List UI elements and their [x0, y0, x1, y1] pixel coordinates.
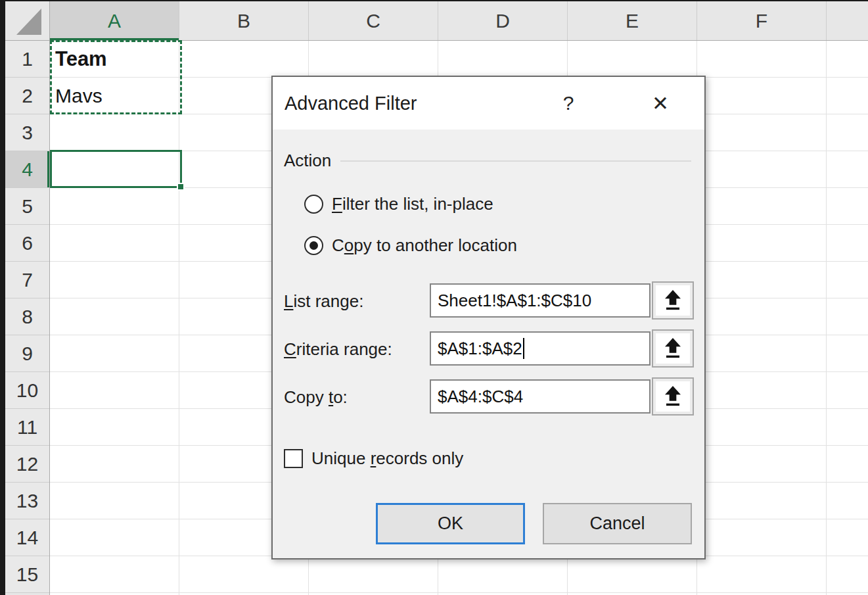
row-header-15[interactable]: 15 — [5, 556, 49, 593]
copy-to-collapse-button[interactable] — [652, 377, 694, 416]
row-header-10[interactable]: 10 — [5, 372, 49, 409]
column-header-F[interactable]: F — [697, 1, 827, 40]
range-selector-up-arrow-icon — [662, 385, 683, 408]
row-header-12[interactable]: 12 — [5, 446, 49, 483]
range-selector-up-arrow-icon — [662, 337, 683, 360]
column-header-E[interactable]: E — [568, 1, 697, 40]
help-icon[interactable]: ? — [554, 89, 583, 118]
close-icon[interactable]: ✕ — [646, 89, 675, 118]
action-label-text: Action — [284, 151, 331, 171]
dialog-title: Advanced Filter — [285, 77, 417, 130]
criteria-range-collapse-button[interactable] — [652, 329, 694, 368]
column-header-C[interactable]: C — [309, 1, 438, 40]
radio-button-unselected-icon[interactable] — [304, 195, 323, 214]
copy-to-label: Copy to: — [284, 387, 348, 408]
row-header-5[interactable]: 5 — [5, 188, 49, 225]
dialog-titlebar[interactable]: Advanced Filter ? ✕ — [273, 77, 704, 130]
window-left-edge — [0, 0, 5, 595]
criteria-range-value: $A$1:$A$2 — [438, 339, 522, 359]
text-cursor — [523, 338, 524, 359]
select-all-triangle-icon — [16, 9, 43, 35]
column-header-D[interactable]: D — [438, 1, 568, 40]
group-divider — [340, 160, 691, 162]
row-header-13[interactable]: 13 — [5, 483, 49, 519]
list-range-collapse-button[interactable] — [652, 281, 694, 320]
marching-ants-selection — [50, 40, 182, 114]
row-header-1[interactable]: 1 — [5, 41, 49, 78]
radio-copy-to-location[interactable]: Copy to another location — [304, 235, 517, 255]
row-header-11[interactable]: 11 — [5, 409, 49, 446]
radio-filter-in-place-label[interactable]: Filter the list, in-place — [332, 194, 493, 214]
row-header-4[interactable]: 4 — [5, 151, 49, 188]
select-all-corner[interactable] — [5, 1, 50, 41]
row-header-3[interactable]: 3 — [5, 114, 49, 151]
row-header-2[interactable]: 2 — [5, 78, 49, 114]
row-header-8[interactable]: 8 — [5, 298, 49, 335]
column-headers: ABCDEF — [50, 1, 868, 41]
ok-button[interactable]: OK — [376, 503, 525, 544]
unique-records-checkbox-row[interactable]: Unique records only — [284, 449, 463, 468]
window-top-edge — [0, 0, 868, 1]
row-header-9[interactable]: 9 — [5, 335, 49, 372]
criteria-range-label: Criteria range: — [284, 339, 392, 360]
column-header-A[interactable]: A — [50, 1, 179, 40]
fill-handle[interactable] — [177, 183, 185, 191]
excel-worksheet-screen: ABCDEF 123456789101112131415 Team Mavs A… — [0, 0, 868, 595]
radio-copy-to-location-label[interactable]: Copy to another location — [332, 235, 517, 256]
unique-records-label[interactable]: Unique records only — [311, 448, 463, 469]
criteria-range-input[interactable]: $A$1:$A$2 — [430, 331, 651, 366]
copy-to-value: $A$4:$C$4 — [438, 387, 523, 407]
list-range-label: List range: — [284, 291, 363, 312]
row-headers: 123456789101112131415 — [5, 41, 50, 595]
advanced-filter-dialog: Advanced Filter ? ✕ Action Filter the li… — [271, 76, 706, 559]
column-header-B[interactable]: B — [179, 1, 309, 40]
row-header-7[interactable]: 7 — [5, 262, 49, 298]
list-range-input[interactable]: Sheet1!$A$1:$C$10 — [430, 283, 651, 318]
action-group-label: Action — [284, 151, 691, 171]
row-header-14[interactable]: 14 — [5, 519, 49, 556]
active-cell-selection — [50, 150, 182, 188]
range-selector-up-arrow-icon — [662, 289, 683, 312]
cancel-button[interactable]: Cancel — [543, 503, 692, 544]
column-header-partial[interactable] — [827, 1, 868, 40]
copy-to-input[interactable]: $A$4:$C$4 — [430, 379, 651, 414]
list-range-value: Sheet1!$A$1:$C$10 — [438, 291, 591, 311]
radio-button-selected-icon[interactable] — [304, 236, 323, 255]
radio-filter-in-place[interactable]: Filter the list, in-place — [304, 194, 493, 214]
row-header-6[interactable]: 6 — [5, 225, 49, 262]
checkbox-unchecked-icon[interactable] — [284, 449, 303, 468]
